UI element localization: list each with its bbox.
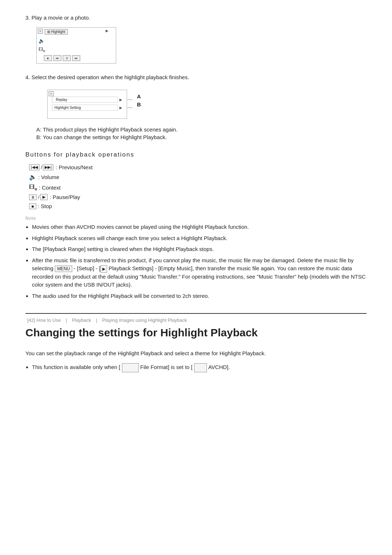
hl-setting-arrow: ▶ (119, 106, 122, 110)
prev-next-label: : Previous/Next (56, 164, 93, 170)
context-label: : Context (39, 185, 61, 191)
volume-row: 🔈 : Volume (29, 173, 367, 181)
bottom-notes-list: This function is available only when [ F… (32, 363, 367, 372)
bottom-note-text1: This function is available only when [ (32, 364, 120, 370)
replay-label: Replay (52, 97, 118, 103)
desc-a: A: This product plays the Highlight Play… (36, 126, 367, 133)
hl-setting-label: Highlight Setting (52, 105, 118, 111)
breadcrumb-subsection: Playing images using Highlight Playback (102, 317, 187, 323)
prev-icon: |◀◀ (29, 164, 40, 170)
diagram-1: × ▶ ⊞ Highlight 🔈 🎞✿ ■ ⏮ ⏸ ⏭ (36, 27, 116, 64)
highlight-label: ⊞ Highlight (45, 29, 68, 35)
breadcrumb: [42] How to Use | Playback | Playing ima… (25, 317, 367, 323)
play-icon-btn: ▶ (40, 194, 48, 200)
avchd-box (194, 363, 207, 372)
button-operations: |◀◀ / ▶▶| : Previous/Next 🔈 : Volume 🎞✿ … (29, 164, 367, 209)
line-b (127, 108, 132, 108)
next-ctrl-btn: ⏭ (72, 55, 80, 61)
note-5: The audio used for the Highlight Playbac… (32, 292, 367, 300)
breadcrumb-page: [42] How to Use (27, 317, 61, 323)
pause-play-label: : Pause/Play (50, 194, 80, 200)
menu-icon: MENU (55, 266, 72, 272)
note-label: Note (25, 216, 367, 221)
diagram-2: × Replay ▶ Highlight Setting ▶ (47, 90, 127, 119)
line-a (127, 100, 132, 100)
stop-row: ■ : Stop (29, 203, 367, 209)
prev-next-row: |◀◀ / ▶▶| : Previous/Next (29, 164, 367, 170)
breadcrumb-section: Playback (72, 317, 91, 323)
breadcrumb-sep1: | (66, 317, 67, 323)
play-inline-icon: ▶ (101, 265, 107, 273)
volume-icon-row: 🔈 (29, 173, 37, 181)
note-2: Highlight Playback scenes will change ea… (32, 234, 367, 243)
desc-b: B: You can change the settings for Highl… (36, 134, 367, 140)
bottom-note-1: This function is available only when [ F… (32, 363, 367, 372)
breadcrumb-sep2: | (96, 317, 97, 323)
step-3-label: 3. Play a movie or a photo. (25, 15, 367, 21)
file-format-box (122, 363, 139, 372)
play-icon: ▶ (106, 29, 109, 33)
next-icon: ▶▶| (43, 164, 53, 170)
step-3: 3. Play a movie or a photo. × ▶ ⊞ Highli… (25, 15, 367, 68)
close-icon: × (38, 29, 43, 34)
volume-icon: 🔈 (38, 38, 45, 44)
pause-ctrl-btn: ⏸ (63, 55, 71, 61)
step-4-label: 4. Select the desired operation when the… (25, 74, 367, 80)
ab-descriptions: A: This product plays the Highlight Play… (36, 126, 367, 140)
page-title: Changing the settings for Highlight Play… (25, 327, 367, 339)
note-4: After the music file is transferred to t… (32, 256, 367, 289)
note-3: The [Playback Range] setting is cleared … (32, 245, 367, 254)
notes-list: Movies other than AVCHD movies cannot be… (32, 223, 367, 300)
prev-ctrl-btn: ⏮ (53, 55, 61, 61)
pause-icon: ⏸ (29, 194, 37, 200)
context-icon-row: 🎞✿ (29, 184, 37, 191)
step-4: 4. Select the desired operation when the… (25, 74, 367, 140)
close-icon-2: × (49, 91, 54, 96)
label-a: A (137, 93, 141, 100)
note-1: Movies other than AVCHD movies cannot be… (32, 223, 367, 231)
intro-text: You can set the playback range of the Hi… (25, 349, 367, 358)
replay-row: Replay ▶ (52, 97, 122, 103)
replay-arrow: ▶ (119, 98, 122, 102)
label-b: B (137, 101, 141, 108)
bottom-note-text3: AVCHD]. (208, 364, 230, 370)
volume-label: : Volume (38, 174, 59, 180)
context-row: 🎞✿ : Context (29, 184, 367, 191)
stop-icon: ■ (29, 203, 36, 209)
stop-label: : Stop (38, 203, 52, 209)
bottom-note-text2: File Format] is set to [ (140, 364, 192, 370)
section-divider (25, 313, 367, 314)
stop-ctrl-btn: ■ (44, 55, 52, 61)
context-icon: 🎞✿ (38, 46, 45, 53)
hl-setting-row: Highlight Setting ▶ (52, 105, 122, 111)
pause-play-row: ⏸ / ▶ : Pause/Play (29, 194, 367, 200)
controls-row: ■ ⏮ ⏸ ⏭ (44, 55, 80, 61)
section-heading: Buttons for playback operations (25, 151, 367, 158)
